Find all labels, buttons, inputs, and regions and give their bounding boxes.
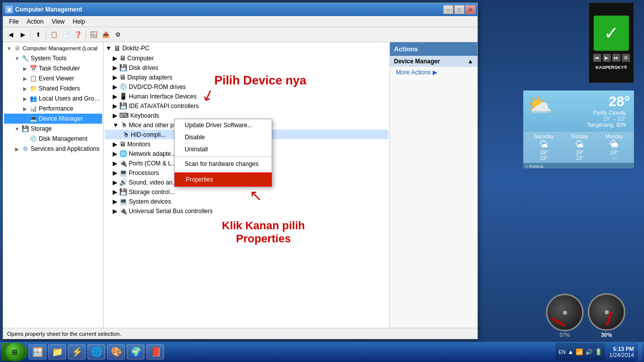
kaspersky-logo-text: KASPERSKY®	[596, 65, 627, 70]
tree-item-storage[interactable]: ▼ 💾 Storage	[4, 124, 102, 134]
weather-temp: 28°	[587, 94, 630, 110]
weather-range: 29° – 23°	[587, 116, 630, 122]
middle-item-disk-drives-label: Disk drives	[129, 64, 158, 71]
forecast-mon-high: 24°	[605, 150, 623, 155]
tray-volume-icon[interactable]: 🔊	[585, 348, 593, 355]
menu-help[interactable]: Help	[69, 17, 90, 26]
actions-more-actions[interactable]: More Actions ▶	[390, 67, 477, 78]
middle-item-computer[interactable]: ▶ 🖥 Computer	[105, 53, 388, 63]
tray-expand-icon[interactable]: ▲	[568, 348, 574, 355]
tree-item-system-tools[interactable]: ▼ 🔧 System Tools	[4, 53, 102, 63]
tray-battery-icon[interactable]: 🔋	[595, 348, 602, 355]
middle-item-disk-drives[interactable]: ▶ 💾 Disk drives	[105, 63, 388, 72]
expand-storage[interactable]: ▼	[13, 126, 21, 132]
ctx-scan-hardware[interactable]: Scan for hardware changes	[175, 158, 272, 170]
forward-button[interactable]: ▶	[17, 29, 28, 40]
shared-icon: 📁	[29, 84, 37, 93]
ctx-disable[interactable]: Disable	[175, 131, 272, 143]
expand-event-viewer[interactable]: ▶	[21, 76, 29, 81]
menu-file[interactable]: File	[5, 17, 23, 26]
forecast-sun-label: Sunday	[571, 134, 588, 139]
expand-system-tools[interactable]: ▼	[13, 56, 21, 61]
forecast-sun-icon: 🌤	[571, 139, 588, 150]
middle-item-sound-label: Sound, video an...	[129, 179, 178, 186]
show-hide-button[interactable]: 📋	[48, 29, 59, 40]
middle-item-usb[interactable]: ▶ 🔌 Universal Serial Bus controllers	[105, 206, 388, 216]
actions-panel: Actions Device Manager ▲ More Actions ▶	[389, 42, 477, 328]
minimize-button[interactable]: ─	[443, 5, 453, 14]
tree-root[interactable]: ▼ 🖥 Computer Management (Local	[4, 43, 102, 53]
task-icon: 📅	[29, 64, 37, 72]
taskbar-explorer[interactable]: 🪟	[29, 344, 46, 359]
tree-item-shared-folders[interactable]: ▶ 📁 Shared Folders	[4, 83, 102, 94]
menu-view[interactable]: View	[48, 17, 69, 26]
forecast-sat-low: 23°	[534, 155, 554, 161]
back-button[interactable]: ◀	[5, 29, 16, 40]
start-button[interactable]: ⊞	[2, 343, 27, 361]
options-button[interactable]: ⚙	[112, 29, 123, 40]
export-button[interactable]: 📤	[100, 29, 111, 40]
status-text: Opens property sheet for the current sel…	[7, 331, 121, 337]
taskbar-thunderbird[interactable]: ⚡	[68, 344, 86, 359]
performance-label: Performance	[39, 105, 73, 112]
forecast-sun-high: 29°	[571, 150, 588, 155]
taskbar-chrome[interactable]: 🌐	[88, 344, 105, 359]
tree-item-event-viewer[interactable]: ▶ 📋 Event Viewer	[4, 73, 102, 83]
ctx-update-driver[interactable]: Update Driver Software...	[175, 119, 272, 131]
tree-item-device-manager[interactable]: 💻 Device Manager	[4, 114, 102, 124]
tray-network-icon[interactable]: 📶	[576, 348, 583, 355]
tree-item-disk-management[interactable]: 💿 Disk Management	[4, 134, 102, 144]
toolbar-separator-1	[30, 30, 31, 40]
computer-management-window: 🖥 Computer Management ─ □ ✕ File Action …	[3, 3, 478, 339]
maximize-button[interactable]: □	[454, 5, 464, 14]
tree-item-performance[interactable]: ▶ 📊 Performance	[4, 104, 102, 114]
actions-section-device-manager[interactable]: Device Manager ▲	[390, 56, 477, 67]
expand-performance[interactable]: ▶	[21, 106, 29, 112]
ctx-uninstall[interactable]: Uninstall	[175, 143, 272, 155]
tree-panel: ▼ 🖥 Computer Management (Local ▼ 🔧 Syste…	[3, 42, 104, 328]
middle-item-processors-label: Processors	[129, 169, 159, 176]
expand-local-users[interactable]: ▶	[21, 96, 29, 102]
middle-item-storage-ctrl-label: Storage control...	[129, 189, 175, 196]
speedo-pct-left: 07%	[546, 332, 584, 338]
expand-services[interactable]: ▶	[13, 146, 21, 152]
middle-root[interactable]: ▼ 🖥 Dokitz-PC	[105, 43, 388, 53]
kaspersky-play-btn[interactable]: ▶	[603, 54, 611, 62]
middle-item-system-devices[interactable]: ▶ 💻 System devices	[105, 197, 388, 206]
kaspersky-prev-btn[interactable]: ⏮	[593, 54, 601, 62]
expand-shared-folders[interactable]: ▶	[21, 86, 29, 92]
system-tools-label: System Tools	[31, 55, 66, 62]
tree-item-task-scheduler[interactable]: ▶ 📅 Task Scheduler	[4, 63, 102, 73]
show-desktop-button[interactable]	[638, 343, 642, 361]
taskbar-app6[interactable]: 📕	[146, 344, 164, 359]
new-window-button[interactable]: 🪟	[88, 29, 99, 40]
taskbar-paint[interactable]: 🎨	[107, 344, 125, 359]
middle-item-system-devices-label: System devices	[129, 198, 171, 205]
network-icon: 🌍	[130, 346, 141, 357]
speedo-center-right	[605, 310, 609, 314]
tree-expand-root[interactable]: ▼	[5, 46, 13, 51]
taskbar-network[interactable]: 🌍	[127, 344, 144, 359]
expand-task-scheduler[interactable]: ▶	[21, 66, 29, 71]
help-button[interactable]: ❓	[72, 29, 84, 40]
kaspersky-settings-btn[interactable]: ⚙	[622, 54, 630, 62]
app6-icon: 📕	[150, 346, 161, 357]
close-button[interactable]: ✕	[465, 5, 475, 14]
tree-item-local-users[interactable]: ▶ 👥 Local Users and Groups	[4, 94, 102, 104]
tree-item-services[interactable]: ▶ ⚙ Services and Applications	[4, 144, 102, 154]
ctx-properties[interactable]: Properties	[175, 172, 272, 187]
title-bar: 🖥 Computer Management ─ □ ✕	[3, 3, 477, 16]
start-orb[interactable]: ⊞	[6, 343, 24, 361]
kaspersky-widget: ✓ ⏮ ▶ ⏭ ⚙ KASPERSKY®	[589, 3, 634, 83]
clock[interactable]: 5:13 PM 1/24/2014	[606, 346, 637, 358]
middle-item-storage-ctrl[interactable]: ▶ 💾 Storage control...	[105, 187, 388, 197]
menu-action[interactable]: Action	[23, 17, 47, 26]
speedo-center-left	[563, 311, 567, 315]
properties-button[interactable]: 📄	[60, 29, 71, 40]
middle-item-hid[interactable]: ▶ 📱 Human Interface Devices	[105, 92, 388, 101]
chrome-icon: 🌐	[91, 346, 102, 357]
middle-item-ide[interactable]: ▶ 💾 IDE ATA/ATAPI controllers	[105, 101, 388, 111]
taskbar-files[interactable]: 📁	[48, 344, 66, 359]
kaspersky-next-btn[interactable]: ⏭	[612, 54, 620, 62]
up-button[interactable]: ⬆	[33, 29, 44, 40]
